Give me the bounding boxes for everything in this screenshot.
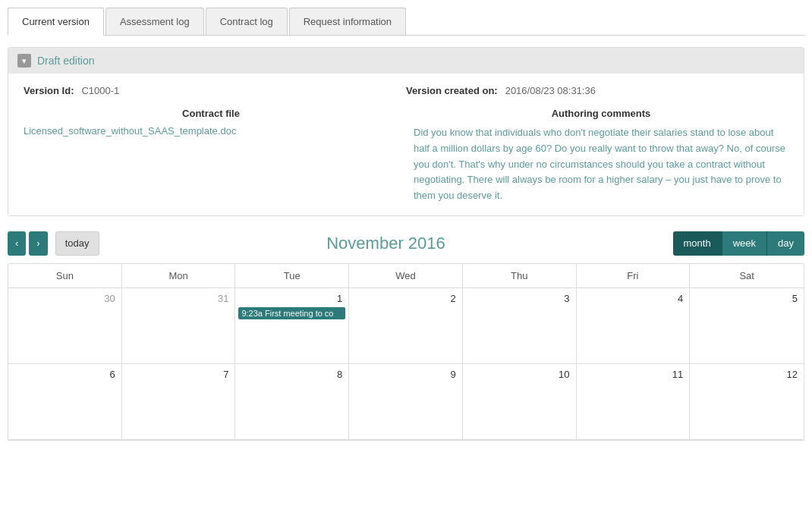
cal-day-header-sun: Sun (8, 264, 122, 287)
contract-section: ▾ Draft edition Version Id: C1000-1 Vers… (8, 47, 804, 216)
cal-cell[interactable]: 12 (690, 364, 804, 440)
cal-day-header-wed: Wed (349, 264, 463, 287)
cal-cell[interactable]: 8 (235, 364, 349, 440)
version-created-label: Version created on: (406, 85, 498, 96)
cal-cell[interactable]: 5 (690, 288, 804, 364)
version-created-group: Version created on: 2016/08/23 08:31:36 (406, 85, 788, 96)
cal-date: 8 (238, 367, 345, 382)
calendar-body: 303119:23a First meeting to co2345678910… (8, 288, 804, 440)
cal-date: 3 (466, 291, 573, 306)
cal-date: 6 (11, 367, 118, 382)
cal-date: 31 (125, 291, 232, 306)
cal-cell[interactable]: 7 (122, 364, 236, 440)
cal-cell[interactable]: 10 (463, 364, 577, 440)
cal-day-header-sat: Sat (690, 264, 804, 287)
calendar-wrapper: ‹ › today November 2016 month week day S… (8, 231, 804, 441)
cal-date: 2 (352, 291, 459, 306)
view-day-button[interactable]: day (767, 231, 804, 256)
cal-date: 9 (352, 367, 459, 382)
calendar-grid: SunMonTueWedThuFriSat 303119:23a First m… (8, 263, 804, 441)
contract-file-link[interactable]: Licensed_software_without_SAAS_template.… (24, 125, 236, 137)
cal-date: 4 (580, 291, 687, 306)
section-title: Draft edition (37, 55, 95, 67)
section-body: Version Id: C1000-1 Version created on: … (8, 74, 804, 215)
cal-day-header-mon: Mon (122, 264, 236, 287)
cal-cell[interactable]: 2 (349, 288, 463, 364)
version-id-group: Version Id: C1000-1 (24, 85, 406, 96)
cal-day-header-thu: Thu (463, 264, 577, 287)
calendar-title: November 2016 (99, 234, 673, 253)
cal-cell[interactable]: 31 (122, 288, 236, 364)
cal-date: 30 (11, 291, 118, 306)
contract-file-header: Contract file (24, 108, 398, 119)
tab-assessment-log[interactable]: Assessment log (105, 8, 204, 35)
meta-row: Version Id: C1000-1 Version created on: … (24, 85, 788, 96)
tab-contract-log[interactable]: Contract log (206, 8, 288, 35)
cal-date: 1 (238, 291, 345, 306)
cal-date: 11 (580, 367, 687, 382)
page-wrapper: Current version Assessment log Contract … (0, 0, 812, 531)
collapse-button[interactable]: ▾ (17, 54, 31, 68)
columns-row: Contract file Licensed_software_without_… (24, 108, 788, 204)
prev-button[interactable]: ‹ (8, 231, 26, 256)
cal-date: 7 (125, 367, 232, 382)
authoring-comments-col: Authoring comments Did you know that ind… (414, 108, 788, 204)
version-id-value: C1000-1 (81, 85, 119, 96)
tabs-bar: Current version Assessment log Contract … (8, 8, 804, 36)
view-week-button[interactable]: week (722, 231, 767, 256)
cal-date: 5 (693, 291, 801, 306)
cal-day-header-fri: Fri (577, 264, 691, 287)
version-id-label: Version Id: (24, 85, 74, 96)
authoring-text: Did you know that individuals who don't … (414, 125, 788, 204)
cal-cell[interactable]: 9 (349, 364, 463, 440)
tab-current-version[interactable]: Current version (8, 8, 104, 36)
cal-day-header-tue: Tue (235, 264, 349, 287)
cal-event[interactable]: 9:23a First meeting to co (238, 307, 345, 319)
cal-date: 10 (466, 367, 573, 382)
contract-file-col: Contract file Licensed_software_without_… (24, 108, 398, 204)
cal-cell[interactable]: 19:23a First meeting to co (235, 288, 349, 364)
version-created-value: 2016/08/23 08:31:36 (505, 85, 596, 96)
authoring-comments-header: Authoring comments (414, 108, 788, 119)
tab-request-information[interactable]: Request information (289, 8, 406, 35)
cal-cell[interactable]: 3 (463, 288, 577, 364)
cal-cell[interactable]: 6 (8, 364, 122, 440)
section-title-draft: Draft (37, 55, 60, 67)
calendar-header-row: SunMonTueWedThuFriSat (8, 264, 804, 288)
view-month-button[interactable]: month (673, 231, 722, 256)
nav-left-group: ‹ › today (8, 231, 99, 256)
calendar-nav: ‹ › today November 2016 month week day (8, 231, 804, 256)
cal-cell[interactable]: 4 (577, 288, 691, 364)
today-button[interactable]: today (55, 231, 99, 256)
cal-cell[interactable]: 11 (577, 364, 691, 440)
section-header: ▾ Draft edition (8, 48, 804, 74)
next-button[interactable]: › (29, 231, 47, 256)
cal-date: 12 (693, 367, 801, 382)
cal-cell[interactable]: 30 (8, 288, 122, 364)
view-buttons: month week day (673, 231, 804, 256)
section-title-rest: edition (60, 55, 94, 67)
